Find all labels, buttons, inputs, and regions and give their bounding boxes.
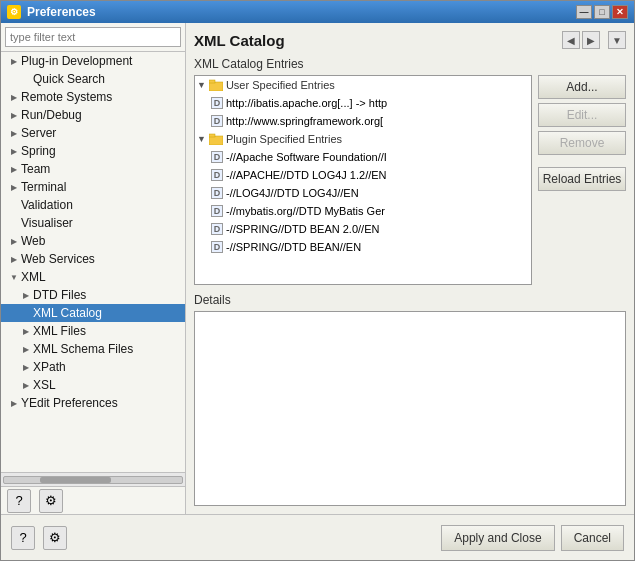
- nav-dropdown-button[interactable]: ▼: [608, 31, 626, 49]
- apply-close-button[interactable]: Apply and Close: [441, 525, 554, 551]
- file-icon: D: [211, 205, 223, 217]
- reload-entries-button[interactable]: Reload Entries: [538, 167, 626, 191]
- sidebar-item-terminal[interactable]: Terminal: [1, 178, 185, 196]
- help-button[interactable]: ?: [7, 489, 31, 513]
- arrow-icon: [9, 272, 19, 282]
- sidebar-item-label: Remote Systems: [21, 90, 112, 104]
- sidebar-item-xml-catalog[interactable]: XML Catalog: [1, 304, 185, 322]
- catalog-entry-label: http://www.springframework.org[: [226, 115, 383, 127]
- catalog-entry-log4j[interactable]: D -//LOG4J//DTD LOG4J//EN: [195, 184, 531, 202]
- arrow-icon: [21, 344, 31, 354]
- bottom-right-buttons: Apply and Close Cancel: [441, 525, 624, 551]
- sidebar-item-label: XML Schema Files: [33, 342, 133, 356]
- sidebar-item-team[interactable]: Team: [1, 160, 185, 178]
- nav-back-button[interactable]: ◀: [562, 31, 580, 49]
- details-label: Details: [194, 293, 626, 307]
- catalog-group-plugin[interactable]: ▼ Plugin Specified Entries: [195, 130, 531, 148]
- sidebar-item-quick-search[interactable]: Quick Search: [1, 70, 185, 88]
- help-icon-button[interactable]: ?: [11, 526, 35, 550]
- add-button[interactable]: Add...: [538, 75, 626, 99]
- catalog-group-plugin-label: Plugin Specified Entries: [226, 133, 342, 145]
- sidebar-item-visualiser[interactable]: Visualiser: [1, 214, 185, 232]
- arrow-icon: [9, 236, 19, 246]
- sidebar-item-xsl[interactable]: XSL: [1, 376, 185, 394]
- catalog-entry-label: -//SPRING//DTD BEAN//EN: [226, 241, 361, 253]
- settings-icon-button[interactable]: ⚙: [43, 526, 67, 550]
- sidebar-item-label: Validation: [21, 198, 73, 212]
- sidebar-item-dtd-files[interactable]: DTD Files: [1, 286, 185, 304]
- svg-rect-1: [209, 80, 215, 83]
- hscroll-track: [3, 476, 183, 484]
- svg-rect-0: [209, 82, 223, 91]
- sidebar-item-xml[interactable]: XML: [1, 268, 185, 286]
- main-content: Plug-in Development Quick Search Remote …: [1, 23, 634, 514]
- catalog-entry-label: http://ibatis.apache.org[...] -> http: [226, 97, 387, 109]
- minimize-button[interactable]: —: [576, 5, 592, 19]
- remove-button[interactable]: Remove: [538, 131, 626, 155]
- arrow-icon: [9, 146, 19, 156]
- settings-button[interactable]: ⚙: [39, 489, 63, 513]
- sidebar-item-validation[interactable]: Validation: [1, 196, 185, 214]
- arrow-icon: [9, 128, 19, 138]
- catalog-entry-apache[interactable]: D -//Apache Software Foundation//I: [195, 148, 531, 166]
- cancel-button[interactable]: Cancel: [561, 525, 624, 551]
- catalog-entry-log4j-apache[interactable]: D -//APACHE//DTD LOG4J 1.2//EN: [195, 166, 531, 184]
- catalog-section-label: XML Catalog Entries: [194, 57, 626, 71]
- filter-input[interactable]: [5, 27, 181, 47]
- folder-icon: [209, 133, 223, 145]
- catalog-entry-label: -//LOG4J//DTD LOG4J//EN: [226, 187, 359, 199]
- nav-forward-button[interactable]: ▶: [582, 31, 600, 49]
- panel-nav: ◀ ▶ ▼: [562, 31, 626, 49]
- arrow-icon: [21, 362, 31, 372]
- maximize-button[interactable]: □: [594, 5, 610, 19]
- catalog-group-user[interactable]: ▼ User Specified Entries: [195, 76, 531, 94]
- sidebar-item-label: Server: [21, 126, 56, 140]
- catalog-entry-mybatis[interactable]: D -//mybatis.org//DTD MyBatis Ger: [195, 202, 531, 220]
- catalog-entry-springframework[interactable]: D http://www.springframework.org[: [195, 112, 531, 130]
- svg-rect-3: [209, 134, 215, 137]
- sidebar-item-label: Web: [21, 234, 45, 248]
- catalog-entry-spring[interactable]: D -//SPRING//DTD BEAN//EN: [195, 238, 531, 256]
- sidebar-item-web-services[interactable]: Web Services: [1, 250, 185, 268]
- sidebar-bottom: ? ⚙: [1, 486, 185, 514]
- catalog-entry-spring2[interactable]: D -//SPRING//DTD BEAN 2.0//EN: [195, 220, 531, 238]
- catalog-entry-label: -//APACHE//DTD LOG4J 1.2//EN: [226, 169, 387, 181]
- sidebar-item-label: XML Catalog: [33, 306, 102, 320]
- catalog-entry-label: -//SPRING//DTD BEAN 2.0//EN: [226, 223, 379, 235]
- arrow-icon: [9, 218, 19, 228]
- close-button[interactable]: ✕: [612, 5, 628, 19]
- window-icon: ⚙: [7, 5, 21, 19]
- catalog-area: ▼ User Specified Entries D http://ibatis…: [194, 75, 626, 285]
- sidebar-item-server[interactable]: Server: [1, 124, 185, 142]
- sidebar-hscrollbar[interactable]: [1, 472, 185, 486]
- arrow-icon: [21, 290, 31, 300]
- arrow-icon: [21, 308, 31, 318]
- arrow-icon: [9, 92, 19, 102]
- sidebar-item-xml-files[interactable]: XML Files: [1, 322, 185, 340]
- right-panel: XML Catalog ◀ ▶ ▼ XML Catalog Entries ▼: [186, 23, 634, 514]
- hscroll-thumb[interactable]: [40, 477, 111, 483]
- file-icon: D: [211, 169, 223, 181]
- arrow-icon: [21, 326, 31, 336]
- arrow-icon: [9, 182, 19, 192]
- sidebar-item-spring[interactable]: Spring: [1, 142, 185, 160]
- sidebar-item-xpath[interactable]: XPath: [1, 358, 185, 376]
- sidebar-item-label: XML Files: [33, 324, 86, 338]
- edit-button[interactable]: Edit...: [538, 103, 626, 127]
- sidebar-item-remote-systems[interactable]: Remote Systems: [1, 88, 185, 106]
- sidebar-item-label: Spring: [21, 144, 56, 158]
- catalog-tree[interactable]: ▼ User Specified Entries D http://ibatis…: [194, 75, 532, 285]
- file-icon: D: [211, 223, 223, 235]
- sidebar-item-xml-schema-files[interactable]: XML Schema Files: [1, 340, 185, 358]
- catalog-entry-ibatis[interactable]: D http://ibatis.apache.org[...] -> http: [195, 94, 531, 112]
- sidebar-item-web[interactable]: Web: [1, 232, 185, 250]
- sidebar-item-label: XML: [21, 270, 46, 284]
- sidebar-item-plugin-dev[interactable]: Plug-in Development: [1, 52, 185, 70]
- arrow-icon: [9, 56, 19, 66]
- sidebar-item-label: Visualiser: [21, 216, 73, 230]
- sidebar-item-run-debug[interactable]: Run/Debug: [1, 106, 185, 124]
- window-title: Preferences: [27, 5, 576, 19]
- arrow-icon: [21, 74, 31, 84]
- sidebar-item-yedit[interactable]: YEdit Preferences: [1, 394, 185, 412]
- arrow-icon: [9, 254, 19, 264]
